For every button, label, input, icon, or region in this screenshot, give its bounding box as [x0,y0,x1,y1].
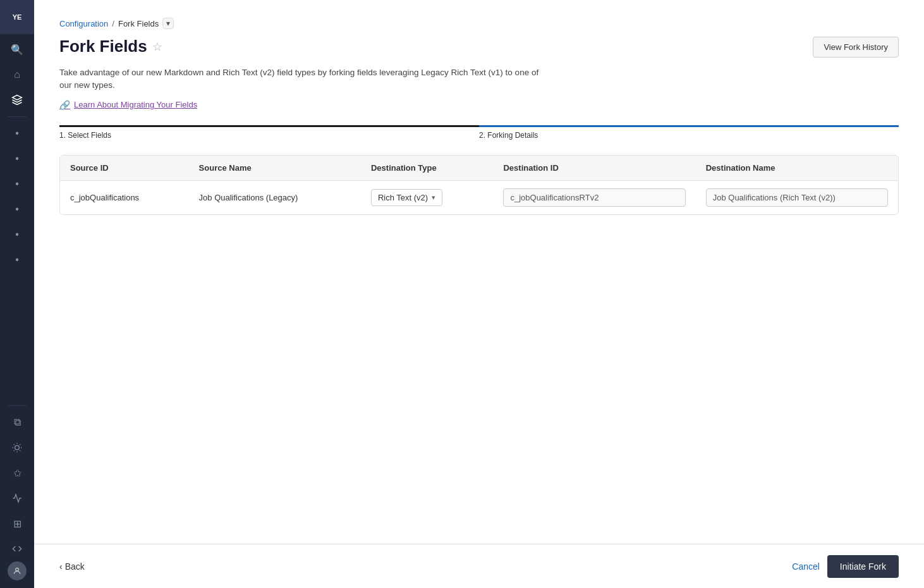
dest-type-value: Rich Text (v2) [378,193,428,202]
sidebar-item-idea[interactable] [0,435,34,460]
page-header: Fork Fields ☆ View Fork History [59,37,899,58]
link-icon: 🔗 [59,100,70,110]
stepper-label-2: 2. Forking Details [479,131,899,140]
sidebar-item-grid[interactable]: ⊞ [0,511,34,536]
avatar[interactable] [8,561,27,580]
back-label: Back [65,561,85,572]
sidebar-nav: ⌂ • • • • • • [0,62,34,401]
svg-point-9 [16,568,19,571]
sidebar-item-star[interactable]: ✩ [0,460,34,486]
sidebar-item-code[interactable] [0,536,34,561]
sidebar-item-dot5[interactable]: • [0,222,34,247]
cancel-button[interactable]: Cancel [792,561,820,572]
stepper-label-1: 1. Select Fields [59,131,479,140]
footer-right: Cancel Initiate Fork [792,555,899,578]
initiate-fork-button[interactable]: Initiate Fork [827,555,899,578]
cell-source-id: c_jobQualifications [60,180,189,214]
cell-dest-id [493,180,695,214]
sidebar-logo[interactable]: YE [0,0,34,34]
stepper: 1. Select Fields 2. Forking Details [59,125,899,140]
sidebar-item-analytics[interactable] [0,486,34,511]
sidebar-item-dot2[interactable]: • [0,146,34,171]
footer: ‹ Back Cancel Initiate Fork [34,544,924,588]
sidebar-bottom [8,561,27,588]
breadcrumb-link-configuration[interactable]: Configuration [59,19,108,28]
dest-type-dropdown[interactable]: Rich Text (v2) ▾ [371,189,442,206]
breadcrumb-dropdown-button[interactable]: ▾ [162,18,174,29]
sidebar-item-dot4[interactable]: • [0,197,34,222]
col-source-id: Source ID [60,156,189,181]
sidebar-item-dot1[interactable]: • [0,121,34,146]
col-dest-type: Destination Type [361,156,494,181]
back-button[interactable]: ‹ Back [59,561,85,572]
content-area: Configuration / Fork Fields ▾ Fork Field… [34,0,924,544]
sidebar-item-dot6[interactable]: • [0,247,34,273]
stepper-bar-1 [59,125,479,127]
cell-dest-name [696,180,898,214]
sidebar-item-home[interactable]: ⌂ [0,62,34,87]
page-title-row: Fork Fields ☆ [59,37,162,56]
view-fork-history-button[interactable]: View Fork History [813,37,899,58]
col-dest-name: Destination Name [696,156,898,181]
fields-table: Source ID Source Name Destination Type D… [60,156,898,214]
sidebar-item-config[interactable] [0,87,34,113]
favorite-star-icon[interactable]: ☆ [152,40,162,54]
svg-line-4 [20,450,20,451]
cell-dest-type: Rich Text (v2) ▾ [361,180,494,214]
page-description: Take advantage of our new Markdown and R… [59,66,540,92]
sidebar-divider [8,116,27,117]
col-source-name: Source Name [189,156,361,181]
svg-line-8 [20,444,20,445]
chevron-down-icon: ▾ [432,193,435,202]
fields-table-container: Source ID Source Name Destination Type D… [59,155,899,215]
table-header-row: Source ID Source Name Destination Type D… [60,156,898,181]
stepper-bars [59,125,899,127]
sidebar: YE 🔍 ⌂ • • • • • • ⧉ ✩ ⊞ [0,0,34,588]
breadcrumb-separator: / [112,19,114,28]
stepper-bar-2 [479,125,899,127]
stepper-labels: 1. Select Fields 2. Forking Details [59,131,899,140]
svg-line-3 [14,444,15,445]
learn-link[interactable]: 🔗 Learn About Migrating Your Fields [59,100,899,110]
svg-point-0 [15,446,20,450]
back-icon: ‹ [59,561,63,572]
cell-source-name: Job Qualifications (Legacy) [189,180,361,214]
learn-link-text[interactable]: Learn About Migrating Your Fields [74,100,197,109]
table-row: c_jobQualifications Job Qualifications (… [60,180,898,214]
sidebar-item-dot3[interactable]: • [0,171,34,197]
search-icon[interactable]: 🔍 [0,37,34,62]
sidebar-divider-2 [8,405,27,406]
logo-text: YE [13,13,22,21]
sidebar-item-pages[interactable]: ⧉ [0,410,34,435]
main-content: Configuration / Fork Fields ▾ Fork Field… [34,0,924,588]
page-title: Fork Fields [59,37,147,56]
dest-id-input[interactable] [503,188,685,207]
col-dest-id: Destination ID [493,156,695,181]
breadcrumb: Configuration / Fork Fields ▾ [59,18,899,29]
svg-line-7 [14,450,15,451]
breadcrumb-current: Fork Fields [118,19,159,28]
dest-name-input[interactable] [706,188,888,207]
